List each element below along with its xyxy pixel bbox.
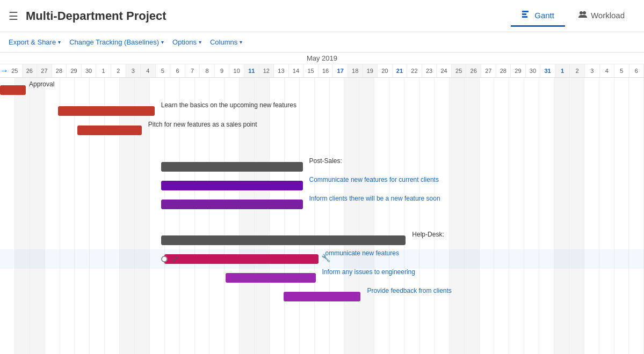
day-cell-6: 1 [96,64,111,77]
day-cell-37: 1 [555,64,570,77]
bar-label-inform-clients: Inform clients there will be a new featu… [309,195,440,202]
task-row-learn-basics: Learn the basics on the upcoming new fea… [0,101,644,121]
day-cell-12: 7 [185,64,200,77]
day-cell-24: 19 [363,64,378,77]
day-cell-18: 13 [274,64,289,77]
gantt-bar-learn-basics[interactable] [58,106,155,116]
timeline-header: May 2019 → 25262728293012345678910111213… [0,53,644,78]
day-cell-41: 5 [614,64,629,77]
day-cell-36: 31 [540,64,555,77]
day-cell-21: 16 [319,64,334,77]
day-cell-34: 29 [511,64,526,77]
drag-cursor-icon: ⤢ [172,254,179,264]
header: ☰ Multi-Department Project Gantt Workloa… [0,0,644,32]
tab-gantt-label: Gantt [534,11,554,20]
workload-icon [578,9,588,21]
day-cell-2: 27 [37,64,52,77]
gantt-bar-post-sales-group[interactable] [161,162,303,172]
day-cell-15: 10 [229,64,244,77]
task-row-inform-issues: Inform any issues to engineering [0,268,644,287]
day-cell-20: 15 [303,64,319,77]
svg-point-3 [580,11,583,14]
bar-label-post-sales-group: Post-Sales: [309,157,342,165]
day-cell-13: 8 [200,64,215,77]
columns-label: Columns [210,38,237,46]
timeline-arrow: → [0,66,9,76]
change-tracking-button[interactable]: Change Tracking (Baselines) ▾ [69,38,164,46]
tab-workload[interactable]: Workload [567,5,635,27]
options-button[interactable]: Options ▾ [172,38,201,46]
export-share-label: Export & Share [9,38,56,46]
bar-label-approval: Approval [29,80,54,88]
day-cell-11: 6 [170,64,185,77]
day-cell-29: 24 [437,64,452,77]
gantt-bar-pitch-sales[interactable] [77,126,142,135]
day-cell-35: 30 [526,64,541,77]
bar-label-communicate-new: ommunicate new features [325,249,399,257]
gantt-bar-approval[interactable] [0,85,26,95]
bar-label-pitch-sales: Pitch for new features as a sales point [148,121,257,128]
day-cell-30: 25 [452,64,467,77]
gantt-bar-communicate-current[interactable] [161,181,303,190]
gantt-bar-helpdesk-group[interactable] [161,235,406,245]
day-cell-33: 28 [496,64,511,77]
day-cell-3: 28 [52,64,67,77]
day-cell-17: 12 [259,64,274,77]
svg-rect-2 [522,16,527,18]
task-row-communicate-new: ⤢🔧ommunicate new features [0,249,644,269]
day-cell-31: 26 [466,64,481,77]
day-cell-27: 22 [407,64,422,77]
project-title: Multi-Department Project [26,9,511,23]
day-cell-25: 20 [378,64,393,77]
day-cell-5: 30 [82,64,97,77]
gantt-bar-feedback-clients[interactable] [284,292,361,301]
export-share-button[interactable]: Export & Share ▾ [9,38,61,46]
task-row-feedback-clients: Provide feedback from clients [0,287,644,306]
task-rows: ApprovalLearn the basics on the upcoming… [0,78,644,354]
day-cell-23: 18 [348,64,363,77]
menu-icon[interactable]: ☰ [9,10,18,23]
day-cell-14: 9 [215,64,230,77]
task-row-communicate-current: Communicate new features for current cli… [0,176,644,195]
bar-label-feedback-clients: Provide feedback from clients [367,287,451,294]
change-tracking-label: Change Tracking (Baselines) [69,38,159,46]
day-cell-28: 23 [422,64,437,77]
drag-handle-communicate-new[interactable] [161,256,168,262]
svg-point-4 [583,11,586,14]
day-cell-22: 17 [333,64,348,77]
bar-label-communicate-current: Communicate new features for current cli… [309,176,439,183]
task-row-helpdesk-group: Help-Desk: [0,231,644,250]
gantt-bar-inform-issues[interactable] [226,273,316,283]
day-cell-16: 11 [244,64,259,77]
options-label: Options [172,38,197,46]
task-row-inform-clients: Inform clients there will be a new featu… [0,195,644,214]
bar-label-helpdesk-group: Help-Desk: [412,231,444,238]
day-cell-40: 4 [600,64,615,77]
toolbar: Export & Share ▾ Change Tracking (Baseli… [0,32,644,53]
task-row-post-sales-group: Post-Sales: [0,157,644,176]
day-cell-19: 14 [289,64,304,77]
month-label: May 2019 [0,53,644,64]
day-cell-7: 2 [111,64,126,77]
svg-rect-1 [522,13,526,15]
gantt-bar-communicate-new[interactable]: ⤢🔧 [164,254,319,264]
gantt-body: ApprovalLearn the basics on the upcoming… [0,78,644,354]
gantt-bar-inform-clients[interactable] [161,200,303,209]
day-cell-8: 3 [126,64,141,77]
tab-gantt[interactable]: Gantt [511,5,565,27]
tracking-arrow-icon: ▾ [161,39,164,45]
day-cell-26: 21 [393,64,408,77]
gantt-icon [522,9,531,21]
day-cell-39: 3 [585,64,600,77]
day-cell-0: 25 [8,64,23,77]
columns-arrow-icon: ▾ [240,39,242,45]
day-cell-10: 5 [156,64,171,77]
day-cell-4: 29 [67,64,82,77]
gantt-container: May 2019 → 25262728293012345678910111213… [0,53,644,354]
day-cell-1: 26 [23,64,38,77]
options-arrow-icon: ▾ [199,39,201,45]
columns-button[interactable]: Columns ▾ [210,38,242,46]
svg-rect-0 [522,11,529,12]
day-cell-42: 6 [629,64,644,77]
bar-label-learn-basics: Learn the basics on the upcoming new fea… [161,101,296,109]
